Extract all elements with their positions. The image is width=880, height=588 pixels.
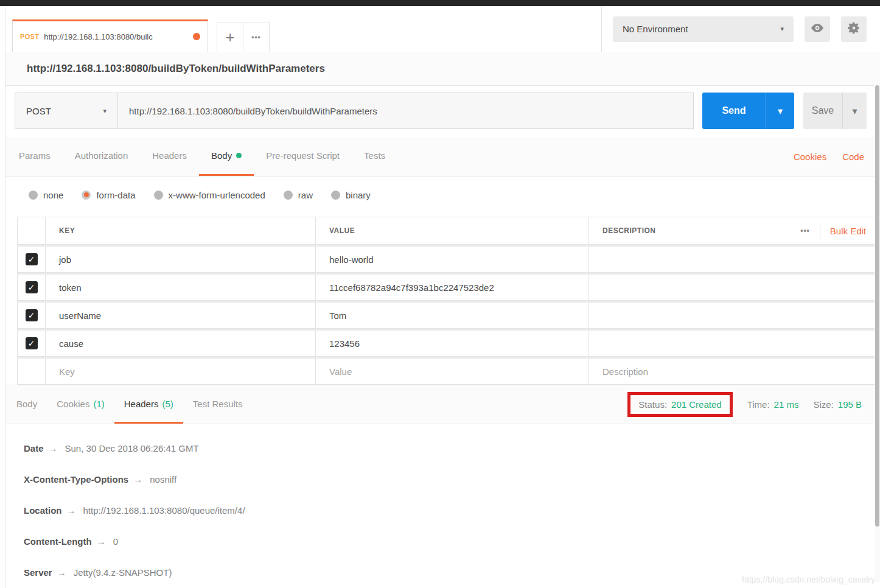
description-input-placeholder[interactable]: Description	[588, 358, 879, 385]
tab-tests[interactable]: Tests	[352, 137, 397, 176]
key-cell[interactable]: token	[45, 274, 316, 301]
tab-params[interactable]: Params	[7, 137, 63, 176]
response-headers-panel: Date → Sun, 30 Dec 2018 06:26:41 GMT X-C…	[5, 424, 880, 588]
method-selector[interactable]: POST ▾	[15, 93, 118, 129]
tab-pre-request-script[interactable]: Pre-request Script	[254, 137, 352, 176]
table-header-actions: ••• Bulk Edit	[800, 223, 866, 239]
radio-label: form-data	[96, 190, 135, 200]
description-cell[interactable]	[588, 274, 879, 301]
time-value: 21 ms	[774, 399, 799, 410]
scrollbar-track[interactable]	[875, 85, 880, 582]
checkbox-checked-icon[interactable]: ✓	[26, 337, 38, 349]
tab-headers[interactable]: Headers	[140, 137, 199, 176]
checkbox-checked-icon[interactable]: ✓	[26, 309, 38, 321]
tab-options-button[interactable]: •••	[243, 23, 270, 52]
environment-selector[interactable]: No Environment ▾	[613, 16, 794, 42]
request-builder: POST ▾ Send ▾ Save ▾	[5, 86, 880, 137]
header-name: Date	[24, 443, 44, 453]
description-cell[interactable]	[588, 330, 879, 357]
table-header-row: KEY VALUE DESCRIPTION ••• Bulk Edit	[17, 217, 879, 245]
size-value: 195 B	[838, 399, 862, 410]
table-row: ✓ cause 123456	[17, 330, 879, 357]
value-cell[interactable]: hello-world	[315, 246, 589, 273]
response-tab-body[interactable]: Body	[7, 385, 47, 424]
key-cell[interactable]: userName	[45, 302, 316, 329]
radio-label: binary	[346, 190, 371, 200]
tab-label: Authorization	[75, 150, 128, 161]
key-cell[interactable]: job	[45, 246, 316, 273]
tab-authorization[interactable]: Authorization	[63, 137, 141, 176]
app-top-bar	[0, 0, 880, 6]
response-header-row: Date → Sun, 30 Dec 2018 06:26:41 GMT	[24, 433, 880, 464]
arrow-right-icon: →	[57, 567, 66, 578]
arrow-right-icon: →	[67, 505, 76, 516]
send-button-group: Send ▾	[702, 93, 794, 137]
environment-quicklook-button[interactable]	[805, 16, 830, 42]
tab-body[interactable]: Body	[199, 137, 254, 176]
value-cell[interactable]: 123456	[315, 330, 589, 357]
table-row: ✓ job hello-world	[17, 246, 879, 273]
response-header-row: X-Content-Type-Options → nosniff	[24, 464, 880, 495]
environment-selected-label: No Environment	[623, 24, 688, 34]
collapsed-sidebar-edge[interactable]	[0, 6, 5, 588]
radio-raw[interactable]: raw	[284, 190, 313, 200]
response-tab-headers[interactable]: Headers (5)	[114, 385, 183, 424]
request-tab[interactable]: POST http://192.168.1.103:8080/builc	[12, 19, 208, 52]
description-cell[interactable]	[588, 302, 879, 329]
url-input[interactable]	[118, 93, 694, 129]
tab-label: Tests	[364, 150, 385, 161]
value-cell[interactable]: Tom	[315, 302, 589, 329]
header-value: http://192.168.1.103:8080/queue/item/4/	[83, 505, 245, 516]
request-tabs-list: Params Authorization Headers Body Pre-re…	[7, 137, 397, 176]
request-links: Cookies Code	[794, 137, 864, 176]
send-button[interactable]: Send	[702, 93, 766, 129]
tab-url-label: http://192.168.1.103:8080/builc	[44, 32, 188, 41]
checkbox-checked-icon[interactable]: ✓	[26, 281, 38, 293]
status-label: Status:	[638, 399, 667, 410]
header-name: Content-Length	[24, 536, 92, 547]
value-cell[interactable]: 11ccef68782a94c7f393a1bc2247523de2	[315, 274, 589, 301]
radio-form-data[interactable]: form-data	[82, 190, 135, 200]
response-meta-bar: Body Cookies (1) Headers (5) Test Result…	[5, 385, 880, 424]
key-input-placeholder[interactable]: Key	[45, 358, 316, 385]
tab-method-badge: POST	[20, 33, 39, 40]
send-options-button[interactable]: ▾	[766, 93, 794, 129]
radio-icon	[29, 191, 38, 200]
radio-x-www-form-urlencoded[interactable]: x-www-form-urlencoded	[154, 190, 265, 200]
settings-button[interactable]	[841, 16, 867, 42]
table-options-ellipsis-icon[interactable]: •••	[800, 226, 810, 235]
chevron-down-icon: ▾	[778, 105, 783, 117]
value-input-placeholder[interactable]: Value	[315, 358, 589, 385]
save-options-button[interactable]: ▾	[842, 93, 867, 129]
divider	[820, 223, 820, 239]
tab-label: Cookies	[57, 399, 89, 409]
new-tab-button[interactable]: +	[217, 23, 243, 52]
radio-label: x-www-form-urlencoded	[169, 190, 265, 200]
radio-icon	[154, 191, 163, 200]
code-link[interactable]: Code	[842, 152, 864, 162]
request-tab-bar: POST http://192.168.1.103:8080/builc + •…	[5, 6, 601, 52]
cookies-link[interactable]: Cookies	[794, 152, 826, 162]
row-check-cell: ✓	[17, 330, 46, 357]
checkbox-checked-icon[interactable]: ✓	[26, 253, 38, 265]
postman-app: POST http://192.168.1.103:8080/builc + •…	[0, 6, 880, 588]
chevron-down-icon: ▾	[780, 25, 784, 33]
tab-label: Headers	[152, 150, 187, 161]
save-button[interactable]: Save	[803, 93, 842, 129]
bulk-edit-link[interactable]: Bulk Edit	[830, 226, 866, 236]
radio-none[interactable]: none	[29, 190, 63, 200]
description-cell[interactable]	[588, 246, 879, 273]
scrollbar-thumb[interactable]	[875, 85, 879, 527]
tab-label: Body	[16, 399, 37, 409]
response-tab-test-results[interactable]: Test Results	[183, 385, 253, 424]
time-label: Time:	[747, 399, 770, 410]
size-stat: Size: 195 B	[813, 399, 862, 410]
response-tab-cookies[interactable]: Cookies (1)	[47, 385, 114, 424]
response-stats: Status: 201 Created Time: 21 ms Size: 19…	[627, 385, 880, 424]
status-value: 201 Created	[671, 399, 722, 410]
header-name: Server	[24, 567, 52, 578]
key-cell[interactable]: cause	[45, 330, 316, 357]
radio-binary[interactable]: binary	[331, 190, 371, 200]
header-value: 0	[113, 536, 118, 547]
gear-icon	[847, 21, 861, 38]
